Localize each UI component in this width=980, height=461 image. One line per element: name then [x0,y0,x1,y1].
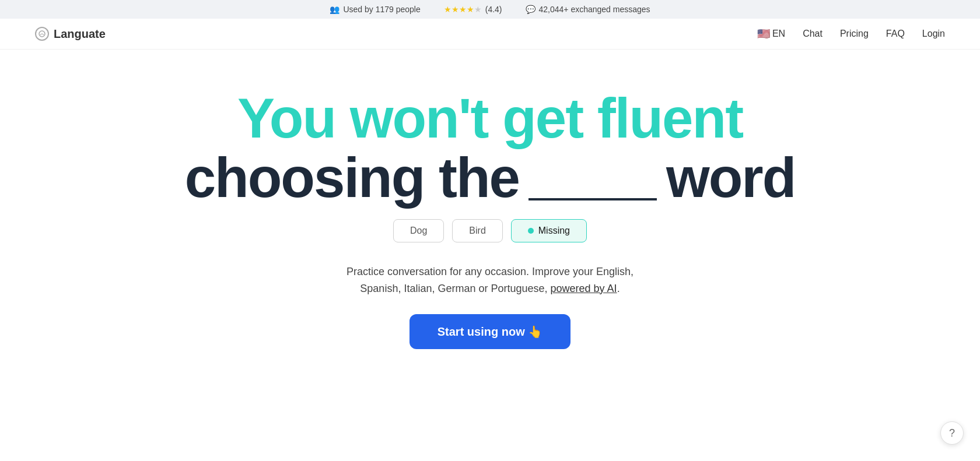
logo-text: Languate [54,27,106,41]
nav-pricing[interactable]: Pricing [840,29,869,39]
option-dog[interactable]: Dog [393,219,444,242]
option-bird[interactable]: Bird [452,219,502,242]
lang-label: EN [772,29,785,39]
hero-title-line2: choosing the word [12,146,968,207]
rating-stat: ★★★★★ (4.4) [444,5,502,14]
line2-start: choosing the [185,149,519,207]
nav-chat[interactable]: Chat [803,29,822,39]
line2-end: word [666,149,795,207]
users-icon: 👥 [330,5,340,14]
hero-section: You won't get fluent choosing the word D… [0,50,980,372]
nav-login[interactable]: Login [922,29,945,39]
powered-by-ai-link[interactable]: powered by AI [551,283,617,294]
messages-stat: 💬 42,044+ exchanged messages [526,5,650,14]
blank-word [528,139,657,200]
navigation: 🇺🇸 EN Chat Pricing FAQ Login [757,27,945,40]
help-button[interactable]: ? [940,421,964,445]
cta-label: Start using now 👆 [438,325,543,339]
logo[interactable]: Languate [35,27,106,41]
hero-description: Practice conversation for any occasion. … [12,263,968,297]
rating-value: (4.4) [485,5,502,14]
lang-selector[interactable]: 🇺🇸 EN [757,27,785,40]
nav-faq[interactable]: FAQ [886,29,905,39]
top-banner: 👥 Used by 1179 people ★★★★★ (4.4) 💬 42,0… [0,0,980,19]
users-stat: 👥 Used by 1179 people [330,5,420,14]
messages-label: 42,044+ exchanged messages [539,5,650,14]
help-icon: ? [949,427,955,439]
selected-dot [528,228,534,234]
flag-icon: 🇺🇸 [757,27,770,40]
logo-icon [35,27,49,41]
users-label: Used by 1179 people [343,5,420,14]
answer-options: Dog Bird Missing [12,219,968,242]
messages-icon: 💬 [526,5,536,14]
stars: ★★★★★ [444,5,482,14]
option-missing[interactable]: Missing [511,219,587,242]
cta-button[interactable]: Start using now 👆 [410,314,571,349]
hero-title-line1: You won't get fluent [12,90,968,146]
header: Languate 🇺🇸 EN Chat Pricing FAQ Login [0,19,980,50]
